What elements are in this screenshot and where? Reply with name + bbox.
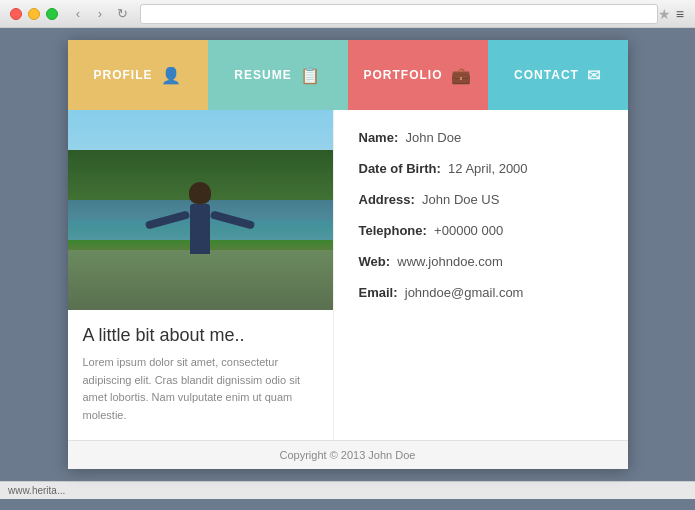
close-button[interactable] [10,8,22,20]
page-wrapper: PROFILE 👤 RESUME 📋 PORTFOLIO 💼 CONTACT ✉ [0,28,695,481]
telephone-row: Telephone: +00000 000 [359,223,603,238]
person-silhouette [190,186,210,254]
portfolio-icon: 💼 [451,66,472,85]
menu-icon[interactable]: ≡ [676,6,685,22]
telephone-value: +00000 000 [434,223,503,238]
site-footer: Copyright © 2013 John Doe [68,440,628,469]
dob-row: Date of Birth: 12 April, 2000 [359,161,603,176]
refresh-button[interactable]: ↻ [114,6,130,22]
person-hair [189,182,211,204]
bookmark-icon[interactable]: ★ [658,6,671,22]
tab-resume[interactable]: RESUME 📋 [208,40,348,110]
tab-profile[interactable]: PROFILE 👤 [68,40,208,110]
forward-button[interactable]: › [92,6,108,22]
person-head [191,186,209,204]
name-row: Name: John Doe [359,130,603,145]
profile-icon: 👤 [161,66,182,85]
person-body [190,204,210,254]
portfolio-tab-label: PORTFOLIO [364,68,443,82]
email-value: johndoe@gmail.com [405,285,524,300]
photo-ground [68,250,333,310]
nav-tabs: PROFILE 👤 RESUME 📋 PORTFOLIO 💼 CONTACT ✉ [68,40,628,110]
about-text: Lorem ipsum dolor sit amet, consectetur … [83,354,318,424]
tab-portfolio[interactable]: PORTFOLIO 💼 [348,40,488,110]
browser-chrome: ‹ › ↻ ★ ≡ [0,0,695,28]
right-panel: Name: John Doe Date of Birth: 12 April, … [333,110,628,440]
email-row: Email: johndoe@gmail.com [359,285,603,300]
web-row: Web: www.johndoe.com [359,254,603,269]
status-text: www.herita... [8,485,65,496]
contact-icon: ✉ [587,66,601,85]
web-value: www.johndoe.com [397,254,503,269]
about-title: A little bit about me.. [83,325,318,346]
resume-icon: 📋 [300,66,321,85]
contact-tab-label: CONTACT [514,68,579,82]
browser-titlebar: ‹ › ↻ ★ ≡ [0,0,695,28]
profile-photo [68,110,333,310]
name-label: Name: [359,130,399,145]
address-bar[interactable] [140,4,658,24]
web-label: Web: [359,254,391,269]
address-value: John Doe US [422,192,499,207]
email-label: Email: [359,285,398,300]
copyright-text: Copyright © 2013 John Doe [280,449,416,461]
tab-contact[interactable]: CONTACT ✉ [488,40,628,110]
resume-tab-label: RESUME [234,68,291,82]
dob-value: 12 April, 2000 [448,161,528,176]
name-value: John Doe [405,130,461,145]
address-label: Address: [359,192,415,207]
address-row: Address: John Doe US [359,192,603,207]
browser-nav: ‹ › ↻ [70,6,130,22]
back-button[interactable]: ‹ [70,6,86,22]
browser-statusbar: www.herita... [0,481,695,499]
traffic-lights [10,8,58,20]
main-content: A little bit about me.. Lorem ipsum dolo… [68,110,628,440]
dob-label: Date of Birth: [359,161,441,176]
about-section: A little bit about me.. Lorem ipsum dolo… [68,310,333,434]
telephone-label: Telephone: [359,223,427,238]
maximize-button[interactable] [46,8,58,20]
minimize-button[interactable] [28,8,40,20]
left-panel: A little bit about me.. Lorem ipsum dolo… [68,110,333,440]
profile-tab-label: PROFILE [93,68,152,82]
site-container: PROFILE 👤 RESUME 📋 PORTFOLIO 💼 CONTACT ✉ [68,40,628,469]
